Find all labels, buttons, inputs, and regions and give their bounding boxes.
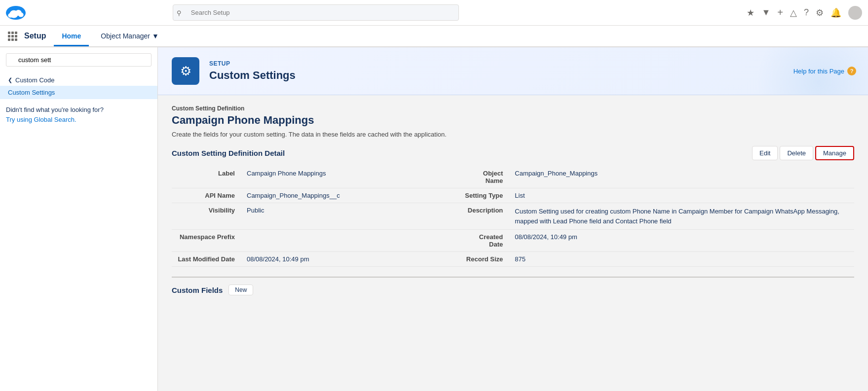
sidebar-section-custom-code: ❮ Custom Code Custom Settings [0,72,157,101]
table-row: Label Campaign Phone Mappings Object Nam… [172,166,854,188]
sidebar-search-input[interactable] [6,53,151,67]
svg-point-3 [8,13,13,17]
search-bar: ⚲ [173,4,459,21]
not-found-text: Didn't find what you're looking for? Try… [0,101,157,128]
namespace-prefix-label: Namespace Prefix [172,230,241,252]
page-header-icon: ⚙ [172,57,199,85]
top-bar-right: ★ ▼ + △ ? ⚙ 🔔 [747,6,862,20]
chevron-icon: ❮ [8,77,12,83]
api-name-label: API Name [172,188,241,203]
section-header: Custom Setting Definition Detail Edit De… [172,146,854,160]
content-area: ⚙ SETUP Custom Settings Help for this Pa… [158,47,868,391]
add-icon[interactable]: + [777,7,783,18]
last-modified-date-label: Last Modified Date [172,252,241,267]
manage-button[interactable]: Manage [815,146,854,160]
object-name-label: Object Name [445,166,509,188]
avatar[interactable] [848,6,862,20]
chevron-down-icon: ▼ [152,32,159,40]
description-value: Custom Setting used for creating custom … [509,203,854,230]
global-search-link[interactable]: Try using Global Search. [6,116,76,123]
table-row: Namespace Prefix Created Date 08/08/2024… [172,230,854,252]
description-label: Description [445,203,509,230]
sidebar-search-area: 🔍 [0,53,157,72]
delete-button[interactable]: Delete [780,146,813,160]
created-date-value: 08/08/2024, 10:49 pm [509,230,854,252]
setting-type-value: List [509,188,854,203]
setup-title: Setup [24,32,46,40]
breadcrumb: SETUP [209,60,296,67]
second-nav: Setup Home Object Manager ▼ [0,26,868,47]
trailhead-icon[interactable]: △ [790,7,797,18]
label-field-label: Label [172,166,241,188]
help-circle-icon: ? [847,67,856,75]
grid-icon[interactable] [8,32,17,41]
sub-section-label: Custom Setting Definition [172,105,854,112]
salesforce-logo[interactable] [6,6,26,20]
edit-button[interactable]: Edit [752,146,778,160]
help-link-text: Help for this Page [793,68,844,75]
custom-fields-title: Custom Fields [172,286,223,294]
created-date-label: Created Date [445,230,509,252]
settings-icon[interactable]: ⚙ [816,7,824,18]
main-layout: 🔍 ❮ Custom Code Custom Settings Didn't f… [0,47,868,391]
visibility-label: Visibility [172,203,241,230]
page-header-text: SETUP Custom Settings [209,60,296,82]
sidebar: 🔍 ❮ Custom Code Custom Settings Didn't f… [0,47,158,391]
svg-point-2 [18,12,23,17]
content-body: Custom Setting Definition Campaign Phone… [158,95,868,307]
section-title: Custom Setting Definition Detail [172,149,285,157]
definition-title: Campaign Phone Mappings [172,114,854,127]
custom-fields-section: Custom Fields New [172,277,854,295]
help-icon[interactable]: ? [804,7,809,18]
detail-table: Label Campaign Phone Mappings Object Nam… [172,166,854,267]
setting-type-label: Setting Type [445,188,509,203]
object-name-value: Campaign_Phone_Mappings [509,166,854,188]
namespace-prefix-value [241,230,445,252]
table-row: Visibility Public Description Custom Set… [172,203,854,230]
page-header: ⚙ SETUP Custom Settings Help for this Pa… [158,47,868,95]
search-icon: ⚲ [177,9,182,16]
page-title: Custom Settings [209,69,296,82]
last-modified-date-value: 08/08/2024, 10:49 pm [241,252,445,267]
table-row: API Name Campaign_Phone_Mappings__c Sett… [172,188,854,203]
sidebar-item-custom-settings[interactable]: Custom Settings [0,86,157,99]
record-size-label: Record Size [445,252,509,267]
btn-group: Edit Delete Manage [752,146,854,160]
dropdown-icon[interactable]: ▼ [761,7,770,18]
global-search-input[interactable] [173,4,459,21]
new-button[interactable]: New [228,284,253,295]
api-name-value: Campaign_Phone_Mappings__c [241,188,445,203]
sidebar-section-header-custom-code[interactable]: ❮ Custom Code [0,74,157,86]
tab-object-manager[interactable]: Object Manager ▼ [93,27,166,46]
star-icon[interactable]: ★ [747,7,755,18]
table-row: Last Modified Date 08/08/2024, 10:49 pm … [172,252,854,267]
sidebar-section-label: Custom Code [15,76,54,84]
custom-fields-header: Custom Fields New [172,284,854,295]
notifications-icon[interactable]: 🔔 [830,7,841,18]
top-bar: ⚲ ★ ▼ + △ ? ⚙ 🔔 [0,0,868,26]
help-link[interactable]: Help for this Page ? [793,67,856,75]
visibility-value: Public [241,203,445,230]
label-field-value: Campaign Phone Mappings [241,166,445,188]
gear-icon: ⚙ [180,64,191,79]
record-size-value: 875 [509,252,854,267]
description-text: Create the fields for your custom settin… [172,131,854,138]
tab-home[interactable]: Home [54,27,89,46]
